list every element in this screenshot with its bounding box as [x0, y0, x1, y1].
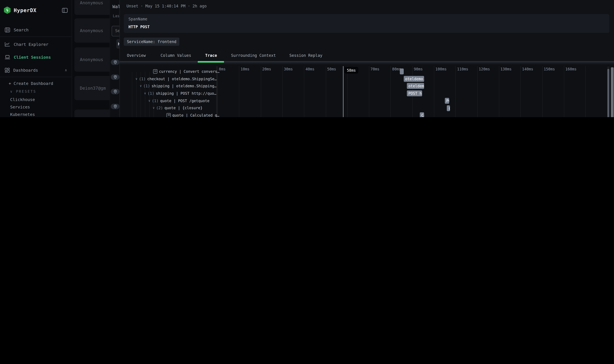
- gridline: [282, 66, 283, 117]
- gridline: [326, 66, 326, 117]
- axis-tick-label: 140ms: [522, 67, 533, 71]
- session-title: Wal: [112, 4, 120, 10]
- service-badge[interactable]: ServiceName: frontend: [124, 38, 180, 46]
- span-bar[interactable]: [400, 68, 404, 74]
- divider: [0, 77, 72, 77]
- sidebar-item-chart-explorer[interactable]: Chart Explorer: [0, 40, 72, 48]
- span-label: quote | {closure}: [165, 106, 203, 110]
- preset-kubernetes[interactable]: Kubernetes: [0, 112, 82, 117]
- chevron-down-icon[interactable]: ∨: [140, 84, 142, 88]
- gridline: [239, 66, 239, 117]
- span-bar[interactable]: {closure}: [447, 105, 450, 111]
- gridline: [369, 66, 369, 117]
- axis-tick-label: 50ms: [327, 67, 336, 71]
- session-user: Anonymous: [80, 28, 103, 33]
- session-list-item[interactable]: Anonymous: [75, 0, 110, 15]
- sidebar-item-dashboards[interactable]: Dashboards∧: [0, 66, 72, 74]
- span-label: quote | POST /getquote: [160, 99, 209, 103]
- sidebar-item-client-sessions[interactable]: Client Sessions: [0, 53, 72, 61]
- panel-scrollbar-thumb[interactable]: [607, 69, 609, 117]
- sidebar: ϟ HyperDX SearchChart ExplorerClient Ses…: [0, 0, 72, 117]
- span-bar[interactable]: oteldemo: [407, 83, 424, 89]
- span-label: checkout | oteldemo.ShippingSe…: [147, 77, 217, 81]
- time-cursor: [343, 66, 343, 117]
- tab-trace[interactable]: Trace: [205, 53, 217, 58]
- tab-session-replay[interactable]: Session Replay: [289, 53, 322, 58]
- background-search[interactable]: [112, 26, 120, 36]
- session-subtitle: Las: [113, 14, 119, 18]
- trace-tree-row[interactable]: ∨(2)quote | {closure}: [153, 104, 216, 112]
- child-count: (1): [139, 77, 146, 81]
- log-event-icon: [166, 113, 171, 117]
- chart-icon: [5, 42, 10, 47]
- child-count: (1): [152, 99, 159, 103]
- trace-tree-row[interactable]: currency | Convert convers…: [153, 68, 216, 75]
- session-list-item[interactable]: Deion37@gm: [75, 76, 110, 100]
- gridline: [347, 66, 348, 117]
- cursor-tooltip: 58ms: [345, 67, 358, 74]
- panel-tabs: OverviewColumn ValuesTraceSurrounding Co…: [120, 53, 614, 59]
- axis-tick-label: 130ms: [500, 67, 511, 71]
- location-pin-icon[interactable]: [111, 74, 119, 80]
- session-user: Anonymous: [80, 0, 103, 5]
- sidebar-item-label: Search: [14, 27, 29, 32]
- tab-column-values[interactable]: Column Values: [160, 53, 191, 58]
- divider: [0, 36, 72, 37]
- location-pin-icon[interactable]: [111, 104, 119, 109]
- session-list-item[interactable]: Anonymous: [75, 47, 110, 72]
- session-list-item[interactable]: Anonymous: [75, 18, 110, 43]
- span-bar[interactable]: Calculated: [420, 112, 424, 117]
- axis-tick-label: 150ms: [544, 67, 555, 71]
- chevron-down-icon[interactable]: ∨: [148, 99, 150, 102]
- sidebar-item-search[interactable]: Search: [0, 26, 72, 34]
- span-bar[interactable]: POST ht: [407, 91, 422, 96]
- gridline: [434, 66, 434, 117]
- chevron-up-icon: ∧: [65, 68, 67, 72]
- session-user: Anonymous: [80, 57, 103, 62]
- trace-tree-row[interactable]: ∨(1)shipping | oteldemo.Shipping…: [140, 82, 216, 90]
- trace-tree-row[interactable]: ∨(1)checkout | oteldemo.ShippingSe…: [136, 75, 216, 82]
- axis-tick-label: 120ms: [479, 67, 490, 71]
- span-name-card: SpanName HTTP POST: [124, 14, 609, 33]
- child-count: (1): [147, 91, 154, 95]
- axis-tick-label: 10ms: [240, 67, 249, 71]
- tab-surrounding-context[interactable]: Surrounding Context: [231, 53, 276, 58]
- tab-overview[interactable]: Overview: [127, 53, 146, 58]
- span-bar[interactable]: oteldemo.Sh: [404, 76, 424, 82]
- trace-tree-row[interactable]: ∨(1)shipping | POST http://quo…: [144, 90, 216, 97]
- chevron-down-icon[interactable]: ∨: [153, 106, 155, 110]
- search-icon: [5, 27, 10, 32]
- chevron-down-icon: ∨: [10, 90, 13, 94]
- chevron-down-icon[interactable]: ∨: [136, 77, 137, 80]
- axis-tick-label: 20ms: [262, 67, 271, 71]
- background-button[interactable]: H: [116, 39, 120, 49]
- gridline: [499, 66, 499, 117]
- session-user: Deion37@gm: [80, 86, 106, 91]
- gridline: [564, 66, 564, 117]
- trace-tree-row[interactable]: quote | Calculated q…: [166, 112, 216, 117]
- sidebar-item-label: Chart Explorer: [14, 42, 48, 47]
- laptop-icon: [5, 55, 10, 59]
- location-pin-icon[interactable]: [111, 59, 119, 65]
- gridline: [391, 66, 391, 117]
- gridline: [542, 66, 543, 117]
- event-side-panel: Unset · May 15 1:40:14 PM · 2h ago SpanN…: [119, 0, 614, 117]
- hyperdx-logo-icon: ϟ: [4, 6, 11, 14]
- preset-clickhouse[interactable]: Clickhouse: [0, 97, 82, 102]
- chevron-down-icon[interactable]: ∨: [144, 91, 146, 95]
- preset-services[interactable]: Services: [0, 104, 82, 109]
- sidebar-collapse-icon[interactable]: [62, 8, 68, 13]
- child-count: (2): [156, 106, 163, 110]
- create-dashboard-button[interactable]: + Create Dashboard: [0, 81, 80, 86]
- trace-tree-row[interactable]: ∨(1)quote | POST /getquote: [148, 97, 216, 104]
- outer-scrollbar-thumb[interactable]: [611, 67, 614, 117]
- active-tab-indicator: [198, 61, 224, 63]
- axis-tick-label: 0ms: [219, 67, 226, 71]
- location-pin-icon[interactable]: [111, 89, 119, 94]
- background-search-input[interactable]: [114, 28, 120, 33]
- span-label: currency | Convert convers…: [159, 69, 220, 74]
- span-bar[interactable]: POST /getquote: [445, 98, 449, 104]
- gridline: [304, 66, 304, 117]
- axis-tick-label: 100ms: [435, 67, 447, 71]
- span-label: quote | Calculated q…: [172, 113, 219, 117]
